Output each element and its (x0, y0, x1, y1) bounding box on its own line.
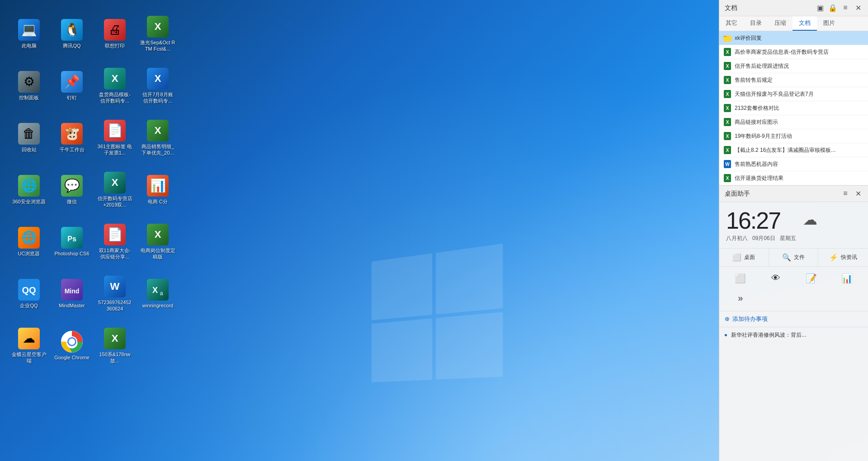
572-label: 572369762452360624 (97, 299, 132, 312)
assistant-menu-btn[interactable]: ≡ (841, 189, 850, 198)
tool-screen[interactable]: ⬜ (724, 270, 757, 288)
svg-text:X: X (726, 106, 729, 111)
desktop-icon-lenovo-print[interactable]: 🖨联想打印 (95, 9, 135, 59)
svg-text:X: X (726, 120, 729, 125)
assistant-controls: ≡ ✕ (841, 189, 863, 198)
desktop-icon-xinkaimonth[interactable]: X信开7月8月账 信开数码专... (138, 61, 178, 111)
doc-item-icon-6: X (723, 118, 732, 127)
quick-action-desktop[interactable]: ⬜ 桌面 (719, 249, 769, 266)
doc-item-icon-5: X (723, 103, 732, 113)
tab-image[interactable]: 图片 (817, 16, 841, 31)
svg-text:X: X (726, 78, 729, 83)
desktop-icon-572[interactable]: W572369762452360624 (95, 269, 135, 319)
doc-close-btn[interactable]: ✕ (854, 4, 863, 12)
sales-detail-icon-img: X (147, 120, 169, 141)
desktop-icon-control[interactable]: ⚙控制面板 (9, 61, 49, 111)
doc-item-icon-0 (723, 33, 732, 42)
doc-item-icon-3: X (723, 75, 732, 85)
tab-compress[interactable]: 压缩 (768, 16, 793, 31)
jiguang-icon-img: X (147, 16, 169, 38)
doc-list-item-1[interactable]: X高价率商家货品信息表-信开数码专营店 (719, 45, 868, 59)
doc-list-item-3[interactable]: X售前转售后规定 (719, 73, 868, 87)
doc-list-item-0[interactable]: xk评价回复 (719, 31, 868, 45)
news-item-0[interactable]: 新华社评香港修例风波：背后... (719, 327, 868, 343)
doc-menu-btn[interactable]: ≡ (841, 4, 850, 12)
desktop-icon-360browser[interactable]: 🌐360安全浏览器 (9, 165, 49, 215)
svg-text:X: X (155, 125, 161, 136)
tool-more[interactable]: » (724, 290, 757, 307)
desktop-icon-xinkai-excel[interactable]: X信开数码专营店+2019双... (95, 165, 135, 215)
svg-point-24 (69, 339, 75, 345)
doc-list-item-2[interactable]: X信开售后处理跟进情况 (719, 59, 868, 73)
desktop-icon-pc[interactable]: 💻此电脑 (9, 9, 49, 59)
svg-text:X: X (726, 176, 729, 181)
desktop-icon-wechat[interactable]: 💬微信 (52, 165, 92, 215)
document-panel: 文档 ▣ 🔒 ≡ ✕ 其它 目录 压缩 文档 图片 xk评价回复X高价率商家货品… (719, 0, 868, 185)
assistant-tools: ⬜ 👁 📝 📊 » (719, 267, 868, 311)
desktop-icon-jiguang[interactable]: X激光Sep&Oct RTM Fcst&... (138, 9, 178, 59)
desktop-icon-chrome[interactable]: Google Chrome (52, 321, 92, 371)
desktop-icon-uc[interactable]: 🌐UC浏览器 (9, 217, 49, 267)
doc-grid-btn[interactable]: ▣ (816, 4, 825, 12)
desktop-icon-361[interactable]: 📄361主图标签 电子发票1... (95, 113, 135, 163)
doc-list-item-9[interactable]: W售前熟悉机器内容 (719, 157, 868, 171)
doc-lock-btn[interactable]: 🔒 (828, 4, 837, 12)
desktop-icon-recycle[interactable]: 🗑回收站 (9, 113, 49, 163)
desktop-icon-dianshang-c[interactable]: 📊电商 C分 (138, 165, 178, 215)
kingdee-icon-img: ☁ (18, 328, 40, 349)
tool-eye[interactable]: 👁 (760, 270, 793, 288)
desktop-icon-150-excel[interactable]: X150系&178nw故... (95, 321, 135, 371)
assistant-close-btn[interactable]: ✕ (854, 189, 863, 198)
desktop: 💻此电脑🐧腾讯QQ🖨联想打印X激光Sep&Oct RTM Fcst&...⚙控制… (0, 0, 868, 461)
desktop-icon-kingdee[interactable]: ☁金蝶云星空客户端 (9, 321, 49, 371)
desktop-icon-nail[interactable]: 📌钉钉 (52, 61, 92, 111)
doc-panel-controls: ▣ 🔒 ≡ ✕ (816, 4, 863, 12)
tool-calc[interactable]: 📊 (830, 270, 864, 288)
add-todo-label: 添加待办事项 (732, 315, 768, 323)
desktop-icon-photoshop[interactable]: PsPhotoshop CS6 (52, 217, 92, 267)
svg-text:X: X (155, 73, 161, 84)
calc-icon: 📊 (841, 273, 853, 284)
desktop-icon-sales-detail[interactable]: X商品销售明细_下单优先_20... (138, 113, 178, 163)
desktop-icons-container: 💻此电脑🐧腾讯QQ🖨联想打印X激光Sep&Oct RTM Fcst&...⚙控制… (9, 9, 179, 423)
doc-list: xk评价回复X高价率商家货品信息表-信开数码专营店X信开售后处理跟进情况X售前转… (719, 31, 868, 185)
doc-list-item-4[interactable]: X天猫信开报废与不良品登记表7月 (719, 87, 868, 101)
svg-text:X: X (112, 333, 118, 344)
desktop-icon-qqent[interactable]: QQ企业QQ (9, 269, 49, 319)
quick-action-file[interactable]: 🔍 文件 (769, 249, 819, 266)
lenovo-print-icon-img: 🖨 (104, 19, 126, 41)
time-details: 八月初八 09月06日 星期五 (726, 234, 796, 244)
nail-icon-img: 📌 (61, 71, 83, 93)
clock-time: 16:27 (726, 209, 796, 232)
doc-list-item-8[interactable]: X【截止8.2 16点发车】满减圈品审核模板... (719, 143, 868, 157)
desktop-icon-mindmaster[interactable]: MindMindMaster (52, 269, 92, 319)
svg-text:X: X (152, 286, 158, 295)
file-search-icon: 🔍 (782, 253, 791, 262)
desktop-icon-shuangs11[interactable]: 📄双11商家大会-供应链分享... (95, 217, 135, 267)
tool-note[interactable]: 📝 (795, 270, 828, 288)
wechat-label: 微信 (67, 198, 77, 205)
quick-action-news[interactable]: ⚡ 快资讯 (818, 249, 868, 266)
svg-text:X: X (155, 21, 161, 32)
desktop-icon-qq[interactable]: 🐧腾讯QQ (52, 9, 92, 59)
tab-doc[interactable]: 文档 (793, 16, 817, 31)
doc-list-item-10[interactable]: X信开退换货处理结果 (719, 171, 868, 185)
doc-list-item-6[interactable]: X商品链接对应图示 (719, 115, 868, 129)
desktop-icon-winning[interactable]: Xawinningrecord (138, 269, 178, 319)
150-excel-label: 150系&178nw故... (97, 351, 132, 364)
desktop-icon-gangwei[interactable]: X电商岗位制度定稿版 (138, 217, 178, 267)
desktop-icon-qianniu[interactable]: 🐮千牛工作台 (52, 113, 92, 163)
more-icon: » (738, 293, 743, 303)
doc-list-item-5[interactable]: X2132套餐价格对比 (719, 101, 868, 115)
doc-list-item-7[interactable]: X19年数码8-9月主打活动 (719, 129, 868, 143)
time-block: 16:27 八月初八 09月06日 星期五 (726, 209, 796, 244)
doc-item-text-3: 售前转售后规定 (735, 76, 773, 84)
recycle-icon-img: 🗑 (18, 123, 40, 145)
desktop-icon-disk[interactable]: X盘货商品模板-信开数码专... (95, 61, 135, 111)
mindmaster-icon-img: Mind (61, 279, 83, 301)
tab-dir[interactable]: 目录 (744, 16, 768, 31)
gangwei-icon-img: X (147, 224, 169, 245)
add-todo-btn[interactable]: ⊕ 添加待办事项 (719, 311, 868, 327)
tab-other[interactable]: 其它 (719, 16, 744, 31)
doc-item-text-8: 【截止8.2 16点发车】满减圈品审核模板... (735, 146, 835, 154)
